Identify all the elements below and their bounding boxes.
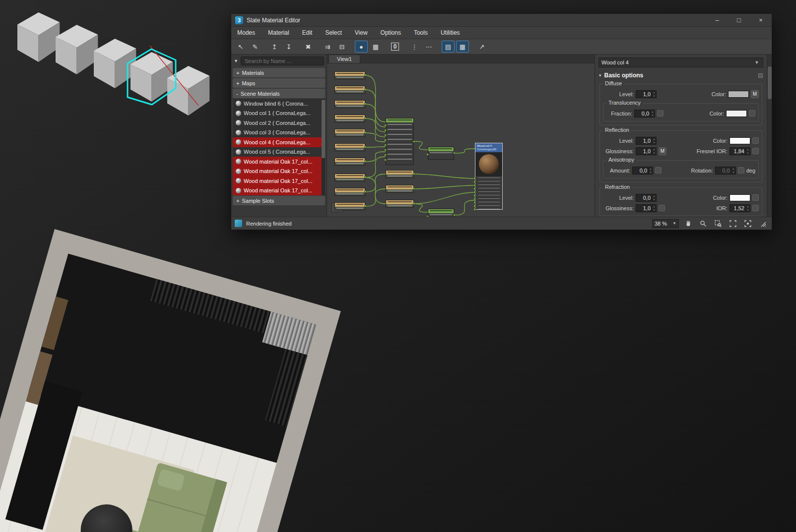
menu-view[interactable]: View bbox=[355, 29, 368, 36]
delete-selected-icon[interactable]: ✖ bbox=[302, 41, 315, 53]
map-node[interactable] bbox=[334, 202, 365, 210]
material-list-item[interactable]: Wood col 2 ( CoronaLega... bbox=[233, 118, 325, 128]
diffuse-color-swatch[interactable] bbox=[728, 91, 749, 98]
refraction-glossiness-spinner[interactable]: 1,0 ▲▼ bbox=[636, 204, 657, 212]
anisotropy-map-button[interactable] bbox=[655, 167, 662, 174]
refraction-color-map-button[interactable] bbox=[752, 194, 759, 201]
list-scrollbar-thumb[interactable] bbox=[322, 100, 325, 158]
material-list-item[interactable]: Window blind 6 ( Corona... bbox=[233, 99, 325, 109]
rollout-options-icon[interactable] bbox=[758, 73, 763, 78]
material-list-item[interactable]: Wood col 5 ( CoronaLega... bbox=[233, 147, 325, 157]
menu-options[interactable]: Options bbox=[381, 29, 401, 36]
show-maps-toggle-icon[interactable]: ▦ bbox=[456, 41, 469, 53]
mix-node[interactable] bbox=[428, 209, 454, 217]
reflection-glossiness-spinner[interactable]: 1,0 ▲▼ bbox=[636, 147, 657, 155]
zoom-extents-icon[interactable] bbox=[728, 219, 738, 229]
fresnel-ior-spinner[interactable]: 1,84 ▲▼ bbox=[730, 147, 750, 155]
map-node[interactable] bbox=[334, 129, 365, 137]
search-input[interactable] bbox=[241, 57, 324, 65]
group-scene-materials[interactable]: - Scene Materials bbox=[233, 89, 325, 98]
put-material-to-scene-icon[interactable]: ↥ bbox=[268, 41, 281, 53]
reflection-level-spinner[interactable]: 1,0 ▲▼ bbox=[636, 137, 657, 145]
menu-modes[interactable]: Modes bbox=[237, 29, 255, 36]
ior-spinner[interactable]: 1,52 ▲▼ bbox=[730, 204, 750, 212]
spinner-arrows-icon[interactable]: ▲▼ bbox=[652, 91, 656, 98]
translucency-color-swatch[interactable] bbox=[726, 110, 747, 117]
close-button[interactable]: × bbox=[750, 14, 772, 26]
minimize-button[interactable]: – bbox=[706, 14, 728, 26]
group-sample-slots[interactable]: + Sample Slots bbox=[233, 196, 325, 205]
refraction-color-swatch[interactable] bbox=[730, 194, 750, 201]
spinner-arrows-icon[interactable]: ▲▼ bbox=[745, 205, 750, 212]
pick-material-from-object-icon[interactable]: ✎ bbox=[249, 41, 262, 53]
list-scrollbar[interactable] bbox=[322, 99, 325, 195]
material-list-item[interactable]: Wood col 4 ( CoronaLega... bbox=[233, 137, 325, 147]
group-materials[interactable]: + Materials bbox=[233, 68, 325, 77]
menu-edit[interactable]: Edit bbox=[302, 29, 313, 36]
translucency-color-map-button[interactable] bbox=[749, 110, 755, 117]
glossiness-map-button[interactable]: M bbox=[659, 147, 666, 155]
map-node[interactable] bbox=[334, 188, 365, 196]
resize-grip-icon[interactable] bbox=[757, 219, 768, 229]
spinner-arrows-icon[interactable]: ▲▼ bbox=[650, 110, 655, 117]
params-scrollbar-thumb[interactable] bbox=[768, 66, 772, 99]
map-node[interactable] bbox=[334, 115, 365, 122]
translucency-map-button[interactable] bbox=[657, 110, 663, 117]
basic-options-rollout-header[interactable]: ▾ Basic options bbox=[599, 72, 763, 79]
material-list-item[interactable]: Wood material Oak 17_col... bbox=[233, 176, 325, 186]
material-list-item[interactable]: Wood material Oak 17_col... bbox=[233, 167, 325, 177]
menu-select[interactable]: Select bbox=[325, 29, 341, 36]
zoom-extents-selected-icon[interactable] bbox=[742, 219, 753, 229]
node-canvas[interactable]: Wood col 4CoronaLegacyMtl bbox=[327, 63, 595, 217]
material-selector-dropdown[interactable]: Wood col 4 ▼ bbox=[598, 58, 763, 67]
anisotropy-rotation-spinner[interactable]: 0,0 ▲▼ bbox=[715, 167, 736, 175]
map-node[interactable] bbox=[386, 170, 414, 178]
reflection-color-map-button[interactable] bbox=[752, 137, 759, 144]
spinner-arrows-icon[interactable]: ▲▼ bbox=[652, 205, 656, 212]
reflection-color-swatch[interactable] bbox=[730, 137, 750, 144]
zoom-level-dropdown[interactable]: 38 % ▼ bbox=[652, 219, 679, 228]
assign-material-to-selection-icon[interactable]: ↧ bbox=[282, 41, 295, 53]
map-node[interactable] bbox=[334, 158, 365, 166]
menu-tools[interactable]: Tools bbox=[414, 29, 428, 36]
multi-node[interactable] bbox=[386, 118, 414, 165]
fresnel-map-button[interactable] bbox=[752, 148, 759, 154]
map-node[interactable] bbox=[386, 185, 414, 193]
anisotropy-amount-spinner[interactable]: 0,0 ▲▼ bbox=[632, 167, 653, 175]
map-node[interactable] bbox=[334, 100, 365, 108]
menu-utilities[interactable]: Utilities bbox=[441, 29, 460, 36]
zoom-icon[interactable] bbox=[698, 219, 709, 229]
view-tab[interactable]: View1 bbox=[329, 55, 360, 63]
refraction-level-spinner[interactable]: 0,0 ▲▼ bbox=[636, 194, 657, 202]
spinner-arrows-icon[interactable]: ▲▼ bbox=[648, 167, 653, 174]
show-materials-toggle-icon[interactable]: ▤ bbox=[442, 41, 455, 53]
select-by-material-icon[interactable]: ↗ bbox=[475, 41, 488, 53]
layout-all-vertical-icon[interactable]: ⋮ bbox=[408, 41, 421, 53]
material-node-selected[interactable]: Wood col 4CoronaLegacyMtl bbox=[475, 143, 503, 210]
map-node[interactable] bbox=[334, 143, 365, 151]
map-node[interactable] bbox=[334, 86, 365, 94]
spinner-arrows-icon[interactable]: ▲▼ bbox=[745, 148, 750, 155]
title-bar[interactable]: 3 Slate Material Editor – □ × bbox=[231, 14, 772, 27]
show-background-icon[interactable]: ▦ bbox=[369, 41, 382, 53]
show-shaded-material-in-viewport-icon[interactable]: ● bbox=[355, 41, 368, 53]
hide-unused-nodeslots-icon[interactable]: ⊟ bbox=[335, 41, 348, 53]
map-node[interactable] bbox=[334, 71, 365, 79]
spinner-arrows-icon[interactable]: ▲▼ bbox=[731, 167, 735, 174]
diffuse-level-spinner[interactable]: 1,0 ▲▼ bbox=[636, 90, 657, 98]
move-children-icon[interactable]: ⇉ bbox=[321, 41, 334, 53]
spinner-arrows-icon[interactable]: ▲▼ bbox=[652, 194, 656, 201]
rotation-map-button[interactable] bbox=[738, 167, 744, 174]
mix-node[interactable] bbox=[428, 147, 454, 160]
browser-menu-icon[interactable]: ▼ bbox=[234, 59, 238, 63]
select-tool-icon[interactable]: ↖ bbox=[234, 41, 247, 53]
map-node[interactable] bbox=[334, 174, 365, 181]
material-list-item[interactable]: Wood material Oak 17_col... bbox=[233, 157, 325, 167]
diffuse-map-button[interactable]: M bbox=[751, 90, 759, 98]
material-id-channel-icon[interactable]: 0 bbox=[389, 41, 401, 53]
menu-material[interactable]: Material bbox=[268, 29, 289, 36]
material-list-item[interactable]: Wood col 1 ( CoronaLega... bbox=[233, 109, 325, 118]
material-list-item[interactable]: Wood material Oak 17_col... bbox=[233, 186, 325, 196]
spinner-arrows-icon[interactable]: ▲▼ bbox=[652, 137, 656, 144]
layout-children-icon[interactable]: ⋯ bbox=[422, 41, 435, 53]
